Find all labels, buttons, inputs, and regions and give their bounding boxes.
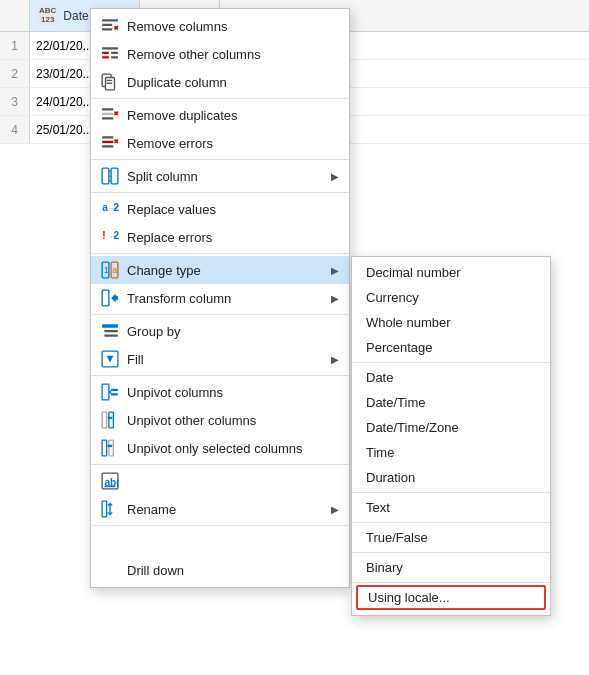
- menu-item-remove-other-columns[interactable]: Remove other columns: [91, 40, 349, 68]
- replace-errors-icon: ! → 2: [101, 228, 119, 246]
- svg-rect-49: [109, 440, 114, 456]
- remove-columns-icon: [101, 17, 119, 35]
- menu-item-move[interactable]: Rename ▶: [91, 495, 349, 523]
- menu-item-group-by[interactable]: Group by: [91, 317, 349, 345]
- duration-label: Duration: [366, 470, 415, 485]
- menu-item-replace-values[interactable]: a → 2 Replace values: [91, 195, 349, 223]
- time-label: Time: [366, 445, 394, 460]
- svg-rect-24: [102, 168, 109, 184]
- menu-item-transform-column[interactable]: Transform column ▶: [91, 284, 349, 312]
- menu-item-unpivot-only[interactable]: Unpivot only selected columns: [91, 434, 349, 462]
- move-arrow: ▶: [331, 504, 339, 515]
- submenu-item-time[interactable]: Time: [352, 440, 550, 465]
- remove-duplicates-icon: [101, 106, 119, 124]
- unpivot-other-columns-icon: [101, 411, 119, 429]
- transform-column-icon: [101, 289, 119, 307]
- svg-rect-50: [108, 445, 113, 447]
- submenu-item-using-locale[interactable]: Using locale...: [356, 585, 546, 610]
- divider-5: [91, 314, 349, 315]
- change-type-submenu: Decimal number Currency Whole number Per…: [351, 256, 551, 616]
- submenu-divider-4: [352, 552, 550, 553]
- submenu-item-whole-number[interactable]: Whole number: [352, 310, 550, 335]
- split-column-icon: [101, 167, 119, 185]
- binary-label: Binary: [366, 560, 403, 575]
- menu-item-replace-errors[interactable]: ! → 2 Replace errors: [91, 223, 349, 251]
- split-column-label: Split column: [127, 169, 323, 184]
- submenu-item-datetime[interactable]: Date/Time: [352, 390, 550, 415]
- svg-rect-16: [102, 117, 113, 119]
- submenu-divider-1: [352, 362, 550, 363]
- transform-column-arrow: ▶: [331, 293, 339, 304]
- remove-columns-label: Remove columns: [127, 19, 339, 34]
- menu-item-drill-down[interactable]: [91, 528, 349, 556]
- menu-item-duplicate-column[interactable]: Duplicate column: [91, 68, 349, 96]
- rename-icon: abc: [101, 472, 119, 490]
- row-num-1: 1: [0, 32, 30, 59]
- submenu-item-binary[interactable]: Binary: [352, 555, 550, 580]
- submenu-item-duration[interactable]: Duration: [352, 465, 550, 490]
- currency-label: Currency: [366, 290, 419, 305]
- date-label: Date: [366, 370, 393, 385]
- menu-item-fill[interactable]: Fill ▶: [91, 345, 349, 373]
- divider-3: [91, 192, 349, 193]
- decimal-number-label: Decimal number: [366, 265, 461, 280]
- menu-item-remove-errors[interactable]: Remove errors: [91, 129, 349, 157]
- group-by-label: Group by: [127, 324, 339, 339]
- move-icon: [101, 500, 119, 518]
- replace-errors-label: Replace errors: [127, 230, 339, 245]
- svg-rect-46: [109, 412, 114, 428]
- row-num-header: [0, 0, 30, 31]
- svg-rect-54: [102, 501, 107, 517]
- svg-rect-5: [102, 47, 118, 49]
- remove-other-columns-icon: [101, 45, 119, 63]
- submenu-divider-3: [352, 522, 550, 523]
- split-column-arrow: ▶: [331, 171, 339, 182]
- svg-text:1: 1: [104, 265, 109, 275]
- submenu-item-truefalse[interactable]: True/False: [352, 525, 550, 550]
- menu-item-unpivot-columns[interactable]: Unpivot columns: [91, 378, 349, 406]
- svg-rect-47: [108, 417, 113, 419]
- text-label: Text: [366, 500, 390, 515]
- duplicate-column-icon: [101, 73, 119, 91]
- add-as-new-query-icon: [101, 561, 119, 579]
- unpivot-columns-icon: [101, 383, 119, 401]
- svg-rect-25: [111, 168, 118, 184]
- fill-label: Fill: [127, 352, 323, 367]
- datetimezone-label: Date/Time/Zone: [366, 420, 459, 435]
- percentage-label: Percentage: [366, 340, 433, 355]
- menu-item-add-as-new-query[interactable]: Drill down: [91, 556, 349, 584]
- menu-item-remove-columns[interactable]: Remove columns: [91, 12, 349, 40]
- svg-rect-21: [102, 145, 113, 147]
- submenu-item-currency[interactable]: Currency: [352, 285, 550, 310]
- menu-item-split-column[interactable]: Split column ▶: [91, 162, 349, 190]
- submenu-item-date[interactable]: Date: [352, 365, 550, 390]
- row-num-2: 2: [0, 60, 30, 87]
- svg-rect-13: [107, 83, 113, 84]
- svg-rect-8: [111, 52, 118, 54]
- svg-text:!: !: [102, 230, 105, 241]
- svg-rect-7: [102, 56, 109, 58]
- unpivot-only-label: Unpivot only selected columns: [127, 441, 339, 456]
- drill-down-icon: [101, 533, 119, 551]
- menu-item-unpivot-other-columns[interactable]: Unpivot other columns: [91, 406, 349, 434]
- menu-item-remove-duplicates[interactable]: Remove duplicates: [91, 101, 349, 129]
- submenu-item-decimal-number[interactable]: Decimal number: [352, 260, 550, 285]
- submenu-item-percentage[interactable]: Percentage: [352, 335, 550, 360]
- menu-item-change-type[interactable]: 1 a Change type ▶ Decimal number Currenc…: [91, 256, 349, 284]
- change-type-label: Change type: [127, 263, 323, 278]
- svg-rect-0: [102, 19, 118, 21]
- group-by-icon: [101, 322, 119, 340]
- svg-rect-19: [102, 136, 113, 138]
- unpivot-columns-label: Unpivot columns: [127, 385, 339, 400]
- divider-8: [91, 525, 349, 526]
- svg-rect-2: [102, 28, 112, 30]
- menu-item-rename[interactable]: abc: [91, 467, 349, 495]
- divider-7: [91, 464, 349, 465]
- svg-rect-37: [102, 290, 109, 306]
- divider-4: [91, 253, 349, 254]
- svg-rect-48: [102, 440, 107, 456]
- submenu-item-datetimezone[interactable]: Date/Time/Zone: [352, 415, 550, 440]
- whole-number-label: Whole number: [366, 315, 451, 330]
- svg-text:2: 2: [113, 230, 119, 241]
- submenu-item-text[interactable]: Text: [352, 495, 550, 520]
